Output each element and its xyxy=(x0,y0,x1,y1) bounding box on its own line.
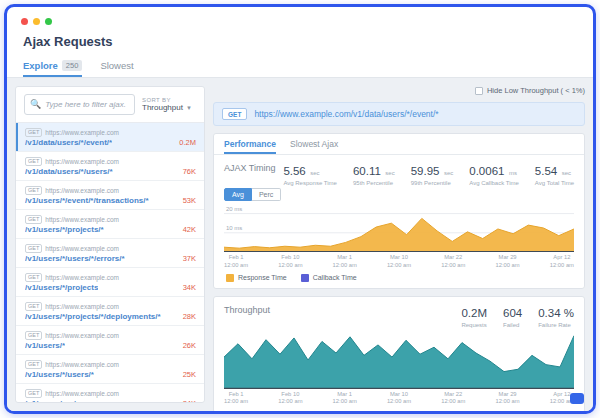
throughput-chart-wrap xyxy=(224,331,574,389)
sort-by-select[interactable]: Throughput ▼ xyxy=(142,103,196,112)
x-axis-tick: Feb 10 12:00 am xyxy=(278,391,302,407)
tick-time: 12:00 am xyxy=(387,262,411,270)
tick-date: Mar 10 xyxy=(387,254,411,262)
zoom-dot-icon[interactable] xyxy=(45,18,52,25)
timing-stat: 5.56 sec Avg Response Time xyxy=(283,161,337,186)
throughput-chart xyxy=(224,331,574,389)
method-badge: GET xyxy=(25,331,42,340)
throughput-value: 0.2M xyxy=(179,138,196,147)
method-badge: GET xyxy=(25,215,42,224)
top-tabbar: Explore 250 Slowest xyxy=(7,56,593,78)
stat-value: 0.34 % xyxy=(538,307,574,319)
stat-value: 59.95 xyxy=(411,165,440,177)
throughput-stat: 0.34 % Failure Rate xyxy=(538,303,574,328)
ajax-list-sidebar: 🔍 SORT BY Throughput ▼ GET xyxy=(15,86,205,403)
ajax-list-item[interactable]: GET https://www.example.com /v1/users/me… xyxy=(16,384,204,402)
request-main-line: /v1/data/users/*/event/* 0.2M xyxy=(25,138,196,147)
x-axis-tick: Mar 22 12:00 am xyxy=(441,391,465,407)
request-meta: GET https://www.example.com xyxy=(25,331,196,340)
throughput-value: 37K xyxy=(183,254,196,263)
ajax-list-item[interactable]: GET https://www.example.com /v1/data/use… xyxy=(16,123,204,152)
timing-stat: 5.54 sec Avg Total Time xyxy=(535,161,574,186)
minimize-dot-icon[interactable] xyxy=(33,18,40,25)
hide-low-throughput-checkbox[interactable]: Hide Low Throughput ( < 1%) xyxy=(475,86,585,95)
tick-time: 12:00 am xyxy=(224,398,248,406)
request-host: https://www.example.com xyxy=(45,187,119,194)
page-title: Ajax Requests xyxy=(7,27,593,56)
ajax-list-item[interactable]: GET https://www.example.com /v1/users/*/… xyxy=(16,239,204,268)
legend-swatch-icon xyxy=(301,274,309,282)
tab-performance[interactable]: Performance xyxy=(224,139,276,154)
tab-explore[interactable]: Explore 250 xyxy=(23,60,82,77)
close-dot-icon[interactable] xyxy=(21,18,28,25)
tick-time: 12:00 am xyxy=(441,262,465,270)
tick-time: 12:00 am xyxy=(278,262,302,270)
y-axis-label: 20 ms xyxy=(226,206,242,212)
throughput-card: Throughput 0.2M Requests xyxy=(213,296,585,411)
sort-by-value: Throughput xyxy=(142,103,183,112)
ajax-list-item[interactable]: GET https://www.example.com /v1/users/*/… xyxy=(16,297,204,326)
tick-date: Mar 29 xyxy=(495,391,519,399)
browser-window: Ajax Requests Explore 250 Slowest 🔍 SORT… xyxy=(4,4,596,414)
tick-date: Mar 1 xyxy=(333,254,357,262)
request-url: https://www.example.com/v1/data/users/*/… xyxy=(254,109,438,119)
throughput-value: 34K xyxy=(183,283,196,292)
ajax-list-item[interactable]: GET https://www.example.com /v1/users/*/… xyxy=(16,268,204,297)
legend-swatch-icon xyxy=(226,274,234,282)
request-main-line: /v1/users/*/projects/*/deployments/* 28K xyxy=(25,312,196,321)
stat-value: 0.0061 xyxy=(469,165,504,177)
throughput-value: 76K xyxy=(183,167,196,176)
ajax-timing-header: AJAX Timing 5.56 sec Avg Response Time xyxy=(224,161,574,186)
filter-ajax-input[interactable] xyxy=(45,100,129,109)
request-path: /v1/users/* xyxy=(25,341,65,350)
ajax-list-item[interactable]: GET https://www.example.com /v1/users/*/… xyxy=(16,181,204,210)
stat-value: 5.54 xyxy=(535,165,557,177)
tab-slowest-ajax[interactable]: Slowest Ajax xyxy=(290,139,338,154)
legend-item[interactable]: Callback Time xyxy=(301,274,357,282)
tick-time: 12:00 am xyxy=(387,398,411,406)
request-path: /v1/users/*/event/*/transactions/* xyxy=(25,196,149,205)
legend-item[interactable]: Response Time xyxy=(226,274,287,282)
sort-by-control: SORT BY Throughput ▼ xyxy=(142,97,196,112)
stat-unit: sec xyxy=(444,170,453,176)
stat-unit: sec xyxy=(562,170,571,176)
request-path: /v1/users/*/projects xyxy=(25,283,98,292)
tick-time: 12:00 am xyxy=(495,398,519,406)
stat-label: Avg Response Time xyxy=(283,180,337,186)
throughput-stat: 604 Failed xyxy=(503,303,522,328)
throughput-value: 25K xyxy=(183,370,196,379)
throughput-value: 26K xyxy=(183,341,196,350)
stat-value: 5.56 xyxy=(283,165,305,177)
stat-label: Avg Callback Time xyxy=(469,180,519,186)
tick-date: Apr 12 xyxy=(550,254,574,262)
request-path: /v1/data/users/*/event/* xyxy=(25,138,112,147)
checkbox-icon[interactable] xyxy=(475,87,483,95)
request-method-badge: GET xyxy=(222,108,247,120)
request-main-line: /v1/users/*/users/* 25K xyxy=(25,370,196,379)
ajax-list-item[interactable]: GET https://www.example.com /v1/users/*/… xyxy=(16,355,204,384)
ajax-list-item[interactable]: GET https://www.example.com /v1/data/use… xyxy=(16,152,204,181)
tick-date: Mar 10 xyxy=(387,391,411,399)
tick-date: Feb 1 xyxy=(224,254,248,262)
chat-widget-button[interactable] xyxy=(570,393,584,404)
explore-count-badge: 250 xyxy=(62,60,83,71)
legend-label: Callback Time xyxy=(313,274,357,281)
x-axis-tick: Mar 10 12:00 am xyxy=(387,254,411,270)
request-host: https://www.example.com xyxy=(45,390,119,397)
y-axis-label: 10 ms xyxy=(226,225,242,231)
request-host: https://www.example.com xyxy=(45,216,119,223)
request-path: /v1/users/*/users/*/errors/* xyxy=(25,254,125,263)
filter-search-box[interactable]: 🔍 xyxy=(24,94,135,115)
toggle-button[interactable]: Perc xyxy=(252,188,281,201)
tick-date: Mar 22 xyxy=(441,391,465,399)
request-meta: GET https://www.example.com xyxy=(25,186,196,195)
tick-time: 12:00 am xyxy=(550,262,574,270)
stat-value: 604 xyxy=(503,307,522,319)
tick-date: Mar 1 xyxy=(333,391,357,399)
request-path: /v1/data/users/*/users/* xyxy=(25,167,113,176)
ajax-list-item[interactable]: GET https://www.example.com /v1/users/* … xyxy=(16,326,204,355)
tab-slowest[interactable]: Slowest xyxy=(100,60,133,77)
stat-label: 99th Percentile xyxy=(411,180,454,186)
toggle-button[interactable]: Avg xyxy=(224,188,252,201)
ajax-list-item[interactable]: GET https://www.example.com /v1/users/*/… xyxy=(16,210,204,239)
